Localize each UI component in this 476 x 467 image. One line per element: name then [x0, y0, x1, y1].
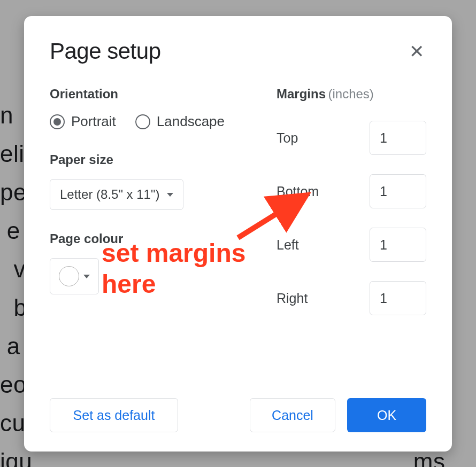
set-default-button[interactable]: Set as default: [50, 398, 178, 432]
chevron-down-icon: [83, 275, 90, 278]
color-swatch-icon: [59, 266, 79, 286]
margins-label: Margins: [277, 87, 326, 101]
portrait-label: Portrait: [71, 113, 116, 130]
radio-unchecked-icon: [135, 114, 150, 129]
page-color-picker[interactable]: [50, 258, 99, 294]
dialog-footer: Set as default Cancel OK: [50, 398, 426, 432]
chevron-down-icon: [167, 193, 173, 197]
landscape-label: Landscape: [157, 113, 225, 130]
cancel-button[interactable]: Cancel: [250, 398, 335, 432]
left-column: Orientation Portrait Landscape Paper siz…: [50, 87, 255, 382]
right-column: Margins (inches) Top Bottom Left Right: [277, 87, 426, 382]
margin-top-input[interactable]: [370, 121, 426, 155]
page-color-label: Page colour: [50, 231, 255, 246]
margin-left-label: Left: [277, 237, 299, 253]
dialog-title: Page setup: [50, 38, 161, 64]
dialog-header: Page setup ✕: [50, 38, 426, 64]
margin-right-label: Right: [277, 291, 308, 306]
margin-top-row: Top: [277, 121, 426, 155]
paper-size-value: Letter (8.5" x 11"): [60, 187, 159, 202]
radio-checked-icon: [50, 114, 65, 129]
orientation-landscape-radio[interactable]: Landscape: [135, 113, 225, 130]
margins-header: Margins (inches): [277, 87, 426, 102]
dialog-body: Orientation Portrait Landscape Paper siz…: [50, 87, 426, 382]
margin-bottom-row: Bottom: [277, 174, 426, 208]
margin-bottom-label: Bottom: [277, 184, 319, 199]
orientation-portrait-radio[interactable]: Portrait: [50, 113, 116, 130]
margin-bottom-input[interactable]: [370, 174, 426, 208]
page-setup-dialog: Page setup ✕ Orientation Portrait Landsc…: [24, 16, 452, 452]
margin-right-input[interactable]: [370, 281, 426, 315]
orientation-label: Orientation: [50, 87, 255, 102]
margin-left-input[interactable]: [370, 228, 426, 262]
close-button[interactable]: ✕: [407, 40, 426, 63]
paper-size-label: Paper size: [50, 152, 255, 167]
margin-left-row: Left: [277, 228, 426, 262]
margins-unit: (inches): [328, 87, 373, 101]
ok-button[interactable]: OK: [347, 398, 426, 432]
orientation-options: Portrait Landscape: [50, 113, 255, 130]
close-icon: ✕: [409, 41, 424, 61]
margin-right-row: Right: [277, 281, 426, 315]
paper-size-select[interactable]: Letter (8.5" x 11"): [50, 179, 183, 210]
margin-top-label: Top: [277, 130, 298, 146]
